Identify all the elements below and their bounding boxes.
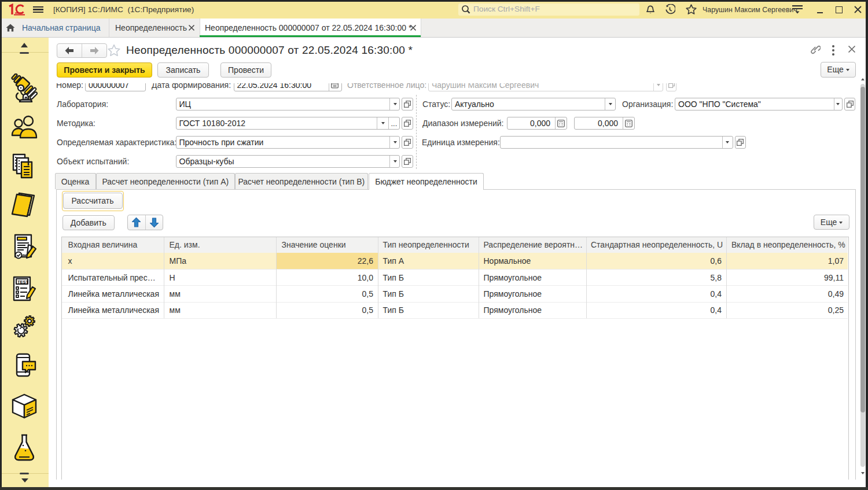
svg-text:TEST: TEST	[17, 279, 29, 285]
